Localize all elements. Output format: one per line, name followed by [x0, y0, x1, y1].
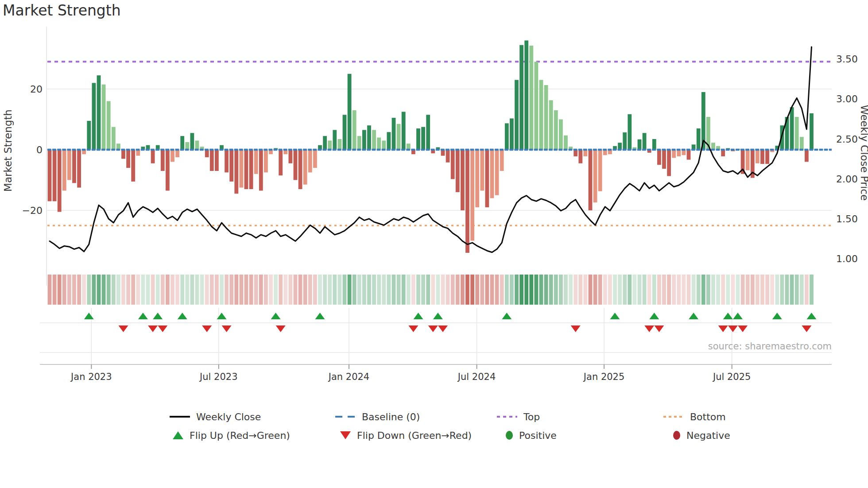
heatmap-cell [524, 275, 528, 305]
heatmap-cell [770, 275, 774, 305]
heatmap-cell [692, 275, 696, 305]
heatmap-cell [67, 275, 71, 305]
heatmap-cell [544, 275, 548, 305]
heatmap-cell [652, 275, 656, 305]
legend-item-flip-up[interactable]: Flip Up (Red→Green) [173, 429, 290, 442]
strength-bar [72, 150, 76, 183]
legend-item-top[interactable]: Top [497, 410, 540, 423]
strength-bar [578, 150, 582, 163]
legend-item-positive[interactable]: Positive [506, 429, 557, 442]
strength-bar [638, 139, 642, 150]
heatmap-cell [490, 275, 494, 305]
right-axis-tick-label: 1.50 [836, 213, 858, 225]
heatmap-cell [240, 275, 244, 305]
heatmap-cell [574, 275, 577, 305]
strength-bar [416, 128, 420, 150]
heatmap-cell [436, 275, 440, 305]
heatmap-cell [397, 275, 401, 305]
heatmap-cell [102, 275, 106, 305]
strength-bar [756, 150, 760, 163]
heatmap-cell [470, 275, 474, 305]
strength-bar [746, 150, 750, 170]
heatmap-cell [800, 275, 804, 305]
heatmap-cell [780, 275, 784, 305]
legend-item-negative[interactable]: Negative [673, 429, 730, 442]
heatmap-cell [357, 275, 361, 305]
strength-bar [456, 150, 460, 192]
flip-up-marker [433, 313, 443, 319]
heatmap-cell [407, 275, 411, 305]
strength-bar [97, 75, 101, 150]
heatmap-cell [210, 275, 214, 305]
heatmap-cell [323, 275, 327, 305]
heatmap-cell [647, 275, 651, 305]
flip-down-triangle-icon [340, 431, 351, 439]
legend-item-baseline[interactable]: Baseline (0) [335, 410, 420, 423]
strength-bar [205, 150, 209, 157]
heatmap-strip [48, 275, 814, 305]
flip-up-marker [772, 313, 782, 319]
legend-item-bottom[interactable]: Bottom [663, 410, 726, 423]
heatmap-cell [338, 275, 342, 305]
heatmap-cell [377, 275, 381, 305]
heatmap-cell [603, 275, 607, 305]
heatmap-cell [721, 275, 725, 305]
strength-bar [338, 139, 342, 150]
heatmap-cell [628, 275, 632, 305]
heatmap-cell [259, 275, 263, 305]
heatmap-cell [58, 275, 62, 305]
heatmap-cell [618, 275, 622, 305]
strength-bar [92, 83, 96, 150]
heatmap-cell [308, 275, 312, 305]
flip-up-marker [217, 313, 227, 319]
heatmap-cell [441, 275, 445, 305]
heatmap-cell [180, 275, 184, 305]
strength-bar [298, 150, 302, 189]
strength-bar [333, 130, 337, 150]
legend-item-flip-down[interactable]: Flip Down (Green→Red) [340, 429, 472, 442]
strength-bar [308, 150, 312, 172]
heatmap-cell [343, 275, 347, 305]
heatmap-cell [392, 275, 396, 305]
flip-down-marker [438, 325, 448, 332]
flip-down-marker [158, 325, 167, 332]
heatmap-cell [97, 275, 101, 305]
flip-down-marker [119, 325, 128, 332]
heatmap-cell [328, 275, 332, 305]
market-strength-chart[interactable]: 200−203.503.002.502.001.501.00Jan 2023Ju… [0, 0, 868, 488]
strength-bar [510, 118, 514, 150]
heatmap-cell [195, 275, 199, 305]
strength-bar [677, 150, 681, 156]
heatmap-cell [765, 275, 769, 305]
flip-down-marker [802, 325, 811, 332]
strength-bar [465, 150, 469, 253]
strength-bar [554, 110, 558, 150]
legend-item-weekly-close[interactable]: Weekly Close [170, 410, 261, 423]
heatmap-cell [500, 275, 504, 305]
heatmap-cell [82, 275, 86, 305]
flip-down-marker [222, 325, 232, 332]
strength-bar [559, 120, 563, 150]
heatmap-cell [687, 275, 691, 305]
heatmap-cell [706, 275, 710, 305]
left-axis-title: Market Strength [2, 109, 14, 192]
heatmap-cell [701, 275, 705, 305]
strength-bar [126, 150, 130, 168]
strength-bar [58, 150, 62, 212]
flip-up-marker [610, 313, 620, 319]
flip-down-markers [119, 325, 812, 332]
right-axis-tick-label: 1.00 [836, 253, 858, 264]
heatmap-cell [421, 275, 425, 305]
strength-bar [584, 150, 588, 156]
strength-bar [392, 118, 396, 150]
heatmap-cell [638, 275, 642, 305]
negative-dot-icon [673, 431, 680, 440]
flip-up-marker [178, 313, 187, 319]
flip-up-marker [153, 313, 163, 319]
strength-bar [279, 150, 283, 175]
strength-bar [800, 137, 804, 150]
flip-down-marker [644, 325, 654, 332]
heatmap-cell [367, 275, 371, 305]
strength-bar [711, 143, 715, 150]
heatmap-cell [87, 275, 91, 305]
